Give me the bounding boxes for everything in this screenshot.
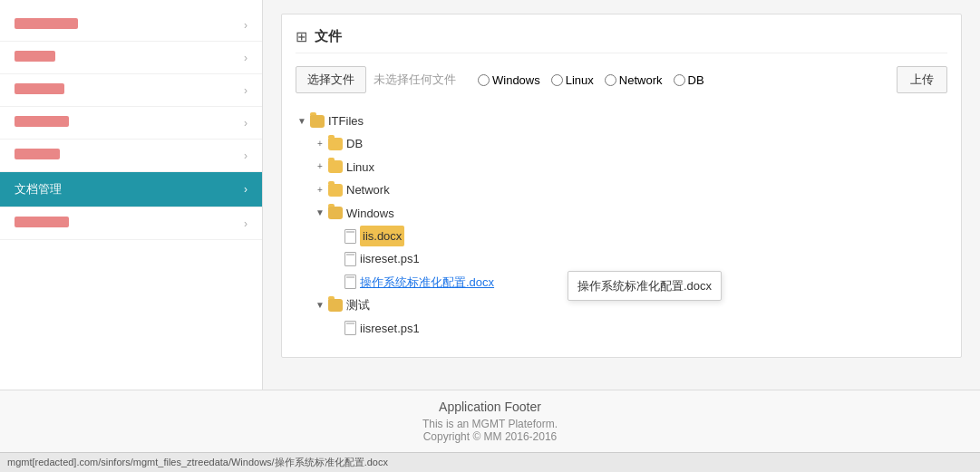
file-icon-iisreset-ps1 [344, 252, 356, 266]
file-icon-test-iisreset [344, 321, 356, 335]
tree-toggle-db[interactable]: + [314, 138, 326, 150]
chevron-right-icon: › [244, 183, 247, 196]
no-file-label: 未选择任何文件 [374, 72, 456, 88]
tree-row-ops-docx[interactable]: 操作系统标准化配置.docx 操作系统标准化配置.docx [332, 271, 947, 294]
tree-row-iisreset-ps1[interactable]: iisreset.ps1 [332, 247, 947, 270]
panel-title: 文件 [315, 28, 342, 45]
file-panel: ⊞ 文件 选择文件 未选择任何文件 Windows Linux Network [281, 14, 962, 358]
os-radio-group: Windows Linux Network DB [478, 73, 704, 87]
sidebar-item-doc-mgmt[interactable]: 文档管理 › [0, 172, 262, 207]
tree-toggle-windows[interactable]: ▼ [314, 207, 326, 219]
grid-icon: ⊞ [296, 28, 307, 45]
folder-icon-test [328, 299, 343, 312]
tree-children-windows: iis.docx iisreset.ps1 操作系统标准化配置.do [332, 225, 947, 294]
content-area: ⊞ 文件 选择文件 未选择任何文件 Windows Linux Network [263, 0, 980, 390]
folder-icon-db [328, 138, 343, 150]
tree-label-db: DB [346, 133, 363, 154]
tree-toggle-linux[interactable]: + [314, 160, 326, 173]
chevron-right-icon: › [244, 217, 247, 230]
tree-row-network[interactable]: + Network [314, 178, 947, 201]
tree-row-windows[interactable]: ▼ Windows [314, 202, 947, 225]
status-url: mgmt[redacted].com/sinfors/mgmt_files_zt… [7, 457, 388, 467]
tree-label-linux: Linux [346, 157, 374, 178]
tree-toggle-test[interactable]: ▼ [314, 299, 326, 312]
tree-row-test-iisreset[interactable]: iisreset.ps1 [332, 317, 947, 340]
sidebar-item-5[interactable]: › [0, 140, 262, 172]
tree-children-root: + DB + Linux + Network [314, 132, 947, 340]
radio-network[interactable]: Network [605, 73, 663, 87]
file-icon-iis-docx [344, 229, 356, 244]
tooltip-ops-docx: 操作系统标准化配置.docx [568, 271, 722, 301]
tree-label-root: ITFiles [328, 111, 364, 131]
sidebar: › › › › › 文档管理 › [0, 0, 263, 390]
upload-button[interactable]: 上传 [897, 66, 947, 93]
tree-row-db[interactable]: + DB [314, 132, 947, 155]
chevron-right-icon: › [244, 117, 247, 130]
chevron-right-icon: › [244, 52, 247, 64]
tree-label-test-iisreset: iisreset.ps1 [360, 318, 420, 339]
tree-row-linux[interactable]: + Linux [314, 156, 947, 178]
sidebar-item-7[interactable]: › [0, 207, 262, 240]
tree-label-iisreset-ps1: iisreset.ps1 [360, 248, 420, 269]
status-bar: mgmt[redacted].com/sinfors/mgmt_files_zt… [0, 452, 980, 472]
folder-icon-linux [328, 160, 343, 173]
panel-header: ⊞ 文件 [296, 28, 947, 53]
sidebar-item-label-doc-mgmt: 文档管理 [15, 181, 62, 197]
app-footer: Application Footer This is an MGMT Plate… [0, 390, 980, 452]
tree-toggle-root[interactable]: ▼ [296, 115, 308, 128]
file-icon-ops-docx [344, 275, 356, 289]
file-tree: ▼ ITFiles + DB + Linux [296, 106, 947, 343]
sidebar-item-2[interactable]: › [0, 42, 262, 74]
folder-icon-root [310, 115, 325, 128]
footer-title: Application Footer [9, 400, 971, 414]
tree-label-network: Network [346, 179, 390, 200]
tree-label-iis-docx: iis.docx [360, 226, 404, 246]
sidebar-item-1[interactable]: › [0, 9, 262, 42]
tree-row-iis-docx[interactable]: iis.docx [332, 225, 947, 247]
radio-windows[interactable]: Windows [478, 73, 540, 87]
chevron-right-icon: › [244, 19, 247, 32]
toolbar: 选择文件 未选择任何文件 Windows Linux Network DB [296, 66, 947, 93]
chevron-right-icon: › [244, 84, 247, 97]
chevron-right-icon: › [244, 149, 247, 162]
folder-icon-windows [328, 207, 343, 219]
radio-linux[interactable]: Linux [551, 73, 594, 87]
radio-db[interactable]: DB [674, 73, 704, 87]
sidebar-item-4[interactable]: › [0, 107, 262, 140]
footer-line2: Copyright © MM 2016-2016 [9, 430, 971, 443]
tree-toggle-network[interactable]: + [314, 184, 326, 197]
tree-label-ops-docx[interactable]: 操作系统标准化配置.docx [360, 272, 494, 293]
folder-icon-network [328, 184, 343, 197]
sidebar-item-3[interactable]: › [0, 74, 262, 107]
choose-file-button[interactable]: 选择文件 [296, 66, 366, 93]
tree-row-root[interactable]: ▼ ITFiles [296, 110, 947, 132]
tree-label-windows: Windows [346, 203, 394, 224]
tree-children-test: iisreset.ps1 [332, 317, 947, 340]
footer-line1: This is an MGMT Plateform. [9, 418, 971, 430]
tree-label-test: 测试 [346, 294, 370, 315]
